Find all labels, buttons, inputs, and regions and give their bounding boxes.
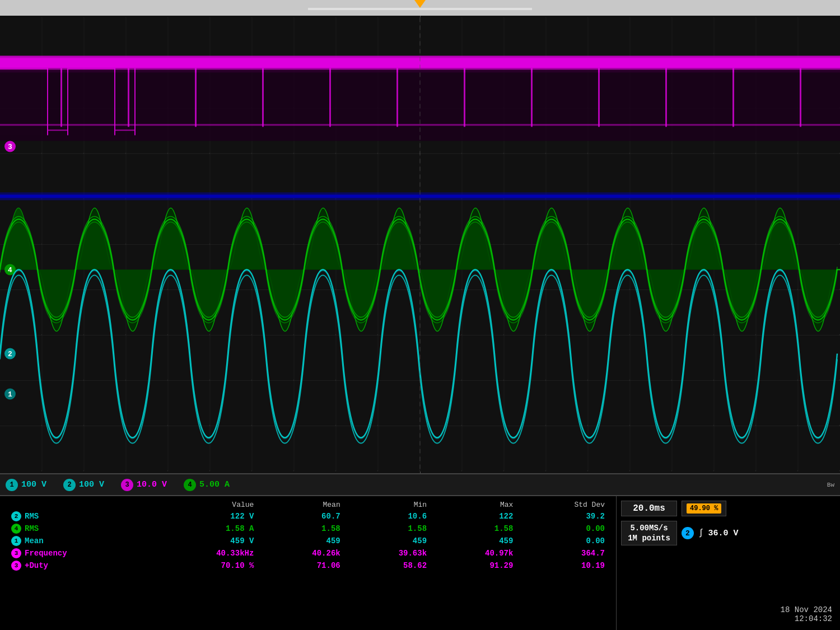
row-max: 122 bbox=[432, 510, 519, 522]
col-header-mean: Mean bbox=[259, 500, 346, 510]
col-header-value: Value bbox=[152, 500, 259, 510]
ch3-scale-value: 10.0 V bbox=[137, 480, 167, 489]
row-mean: 71.06 bbox=[259, 559, 346, 572]
row-label: 3 Frequency bbox=[6, 547, 152, 559]
svg-rect-42 bbox=[115, 130, 134, 131]
trigger-voltage: 36.0 V bbox=[708, 529, 739, 538]
row-value: 122 V bbox=[152, 510, 259, 522]
ch1-scale: 1 100 V bbox=[6, 479, 46, 491]
timebase-value: 20.0ms bbox=[633, 503, 665, 514]
row-max: 459 bbox=[432, 535, 519, 547]
waveform-svg: 3 4 bbox=[0, 16, 840, 473]
timebase-box: 20.0ms bbox=[621, 501, 677, 516]
row-value: 1.58 A bbox=[152, 522, 259, 535]
svg-rect-48 bbox=[128, 68, 129, 127]
ch4-scale-value: 5.00 A bbox=[199, 480, 230, 489]
ch2-badge: 2 bbox=[63, 479, 76, 491]
svg-rect-46 bbox=[0, 124, 840, 126]
row-stddev: 364.7 bbox=[519, 547, 610, 559]
row-value: 459 V bbox=[152, 535, 259, 547]
table-row: 1 Mean 459 V4594594590.00 bbox=[6, 535, 610, 547]
row-mean: 1.58 bbox=[259, 522, 346, 535]
row-mean: 40.26k bbox=[259, 547, 346, 559]
svg-rect-56 bbox=[665, 68, 667, 127]
svg-rect-50 bbox=[262, 68, 264, 127]
ch2-scale: 2 100 V bbox=[63, 479, 104, 491]
channel-trigger-info: 2 ∫ 36.0 V bbox=[682, 521, 739, 545]
samplerate-row: 5.00MS/s 1M points 2 ∫ 36.0 V bbox=[621, 521, 836, 545]
row-label: 3 +Duty bbox=[6, 559, 152, 572]
svg-text:4: 4 bbox=[8, 266, 12, 274]
stats-table-container: Value Mean Min Max Std Dev 2 RMS 122 V60… bbox=[0, 496, 616, 630]
row-label: 4 RMS bbox=[6, 522, 152, 535]
oscilloscope: VgateA IA VAC VDC bbox=[0, 0, 840, 630]
col-header-max: Max bbox=[432, 500, 519, 510]
right-info-panel: 20.0ms 49.90 % 5.00MS/s 1M points 2 bbox=[616, 496, 840, 630]
svg-rect-47 bbox=[60, 68, 62, 127]
row-value: 70.10 % bbox=[152, 559, 259, 572]
svg-rect-49 bbox=[195, 68, 197, 127]
row-max: 40.97k bbox=[432, 547, 519, 559]
svg-text:2: 2 bbox=[8, 350, 12, 358]
trigger-line-top bbox=[308, 8, 532, 10]
ch3-scale: 3 10.0 V bbox=[121, 479, 167, 491]
row-max: 1.58 bbox=[432, 522, 519, 535]
row-min: 10.6 bbox=[346, 510, 432, 522]
table-row: 3 +Duty 70.10 %71.0658.6291.2910.19 bbox=[6, 559, 610, 572]
row-mean: 60.7 bbox=[259, 510, 346, 522]
measurements-table: Value Mean Min Max Std Dev 2 RMS 122 V60… bbox=[6, 500, 610, 572]
col-header-label bbox=[6, 500, 152, 510]
row-stddev: 39.2 bbox=[519, 510, 610, 522]
bw-label: Bw bbox=[827, 482, 834, 488]
ch1-scale-value: 100 V bbox=[21, 480, 46, 489]
date-display: 18 Nov 2024 bbox=[624, 605, 832, 614]
svg-rect-55 bbox=[598, 68, 600, 127]
bottom-panel: 1 100 V 2 100 V 3 10.0 V 4 bbox=[0, 473, 840, 630]
col-header-stddev: Std Dev bbox=[519, 500, 610, 510]
stats-area: Value Mean Min Max Std Dev 2 RMS 122 V60… bbox=[0, 496, 840, 630]
trigger-marker bbox=[414, 0, 426, 8]
row-max: 91.29 bbox=[432, 559, 519, 572]
top-bar bbox=[0, 0, 840, 16]
row-label: 1 Mean bbox=[6, 535, 152, 547]
row-min: 459 bbox=[346, 535, 432, 547]
row-stddev: 0.00 bbox=[519, 522, 610, 535]
svg-rect-52 bbox=[396, 68, 398, 127]
ch3-badge: 3 bbox=[121, 479, 133, 491]
samplerate-box: 5.00MS/s 1M points bbox=[621, 521, 677, 545]
row-min: 58.62 bbox=[346, 559, 432, 572]
svg-rect-57 bbox=[732, 68, 734, 127]
row-label: 2 RMS bbox=[6, 510, 152, 522]
row-min: 1.58 bbox=[346, 522, 432, 535]
svg-rect-38 bbox=[48, 130, 67, 131]
samplerate-value: 5.00MS/s bbox=[630, 524, 668, 533]
ch4-scale: 4 5.00 A bbox=[184, 479, 230, 491]
trigger-pct-badge: 49.90 % bbox=[687, 503, 721, 514]
time-display: 12:04:32 bbox=[624, 614, 832, 623]
trigger-ch-badge: 2 bbox=[682, 527, 694, 539]
col-header-min: Min bbox=[346, 500, 432, 510]
row-value: 40.33kHz bbox=[152, 547, 259, 559]
points-value: 1M points bbox=[628, 534, 670, 543]
table-row: 4 RMS 1.58 A1.581.581.580.00 bbox=[6, 522, 610, 535]
svg-rect-51 bbox=[329, 68, 331, 127]
row-mean: 459 bbox=[259, 535, 346, 547]
ch2-scale-value: 100 V bbox=[79, 480, 104, 489]
trigger-box: 49.90 % bbox=[682, 501, 726, 516]
svg-text:3: 3 bbox=[8, 143, 12, 151]
sine-symbol: ∫ bbox=[698, 528, 704, 538]
table-row: 2 RMS 122 V60.710.612239.2 bbox=[6, 510, 610, 522]
row-stddev: 0.00 bbox=[519, 535, 610, 547]
svg-rect-58 bbox=[800, 68, 801, 127]
scale-bar: 1 100 V 2 100 V 3 10.0 V 4 bbox=[0, 473, 840, 496]
svg-rect-54 bbox=[531, 68, 533, 127]
ch1-badge: 1 bbox=[6, 479, 18, 491]
waveform-area: VgateA IA VAC VDC bbox=[0, 16, 840, 473]
ch4-badge: 4 bbox=[184, 479, 196, 491]
svg-text:1: 1 bbox=[8, 390, 12, 399]
table-row: 3 Frequency 40.33kHz40.26k39.63k40.97k36… bbox=[6, 547, 610, 559]
timebase-row: 20.0ms 49.90 % bbox=[621, 501, 836, 516]
datetime-box: 18 Nov 2024 12:04:32 bbox=[621, 603, 836, 626]
row-min: 39.63k bbox=[346, 547, 432, 559]
svg-rect-53 bbox=[464, 68, 465, 127]
